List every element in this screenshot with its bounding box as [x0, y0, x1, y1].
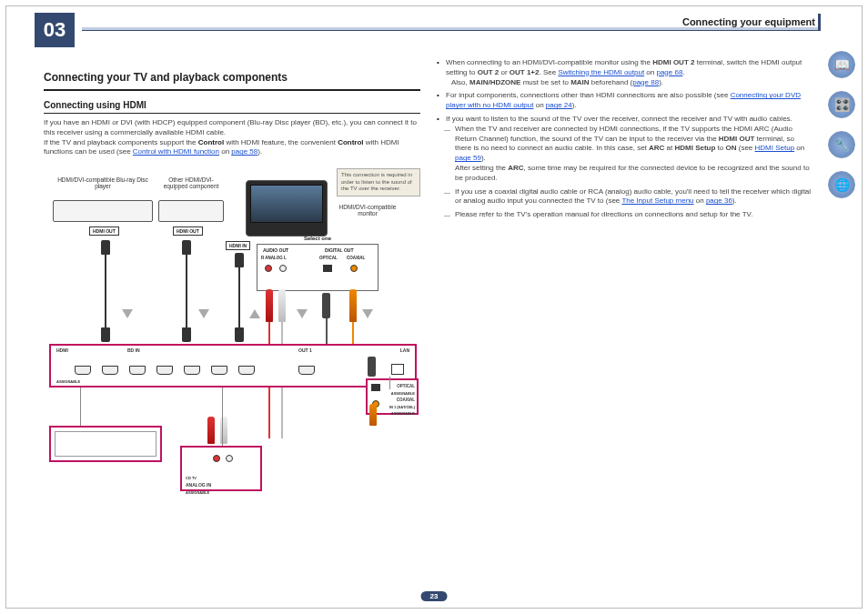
note-tv-sound: If you want to listen to the sound of th…	[446, 115, 812, 220]
hdmi-plug-icon	[101, 327, 110, 342]
label-hdmi-out-2: HDMI OUT	[173, 226, 203, 236]
t: Also,	[446, 78, 469, 86]
h2-hdmi: Connecting using HDMI	[44, 100, 420, 114]
t: For input components, connections other …	[446, 91, 731, 99]
link-page-58[interactable]: page 58	[231, 147, 257, 156]
cable	[105, 255, 106, 327]
label-analog-rl: R ANALOG L	[261, 256, 287, 260]
book-icon[interactable]: 📖	[828, 51, 855, 78]
label-other: Other HDMI/DVI-equipped component	[158, 176, 224, 190]
t: ON	[726, 144, 737, 152]
para-control: If the TV and playback components suppor…	[44, 138, 420, 158]
connection-diagram: This connection is required in order to …	[44, 173, 422, 500]
chapter-badge: 03	[35, 13, 75, 47]
link-page-24[interactable]: page 24	[546, 101, 572, 109]
page-number: 23	[421, 591, 448, 601]
hdmi-plug-icon	[182, 327, 191, 342]
help-icon[interactable]: 🔧	[828, 131, 855, 158]
setup-icon[interactable]: 🎛️	[828, 91, 855, 118]
label-lan: LAN	[400, 347, 409, 353]
t: HDMI OUT	[719, 135, 755, 143]
t: on	[694, 196, 706, 205]
front-inputs-box	[49, 426, 162, 462]
guide-line	[389, 377, 390, 389]
t: .	[682, 68, 684, 76]
t: If you want to listen to the sound of th…	[446, 115, 792, 123]
device-other	[158, 200, 224, 222]
link-control-hdmi[interactable]: Control with HDMI function	[133, 147, 219, 156]
label-analog-in: ANALOG IN	[186, 482, 211, 488]
hdmi-plug-icon	[182, 240, 191, 255]
subnote-tv-manual: Please refer to the TV's operation manua…	[455, 210, 812, 220]
header-rule	[82, 27, 821, 31]
t: or	[499, 68, 510, 76]
rca-red-plug-icon	[207, 417, 215, 444]
label-bdin: BD IN	[127, 347, 140, 353]
jack-red-icon	[213, 455, 220, 462]
link-switch-output[interactable]: Switching the HDMI output	[558, 68, 644, 76]
t: MAIN/HDZONE	[469, 78, 520, 86]
label-digital-out: DIGITAL OUT	[325, 247, 353, 253]
sub-notes: When the TV and receiver are connected b…	[446, 125, 812, 220]
label-select-one: Select one	[257, 236, 378, 241]
t: OUT 1+2	[510, 68, 540, 76]
rca-orange-plug-icon	[349, 289, 357, 322]
link-input-setup[interactable]: The Input Setup menu	[621, 196, 693, 205]
note-out2: When connecting to an HDMI/DVI-compatibl…	[446, 58, 812, 87]
link-page-36[interactable]: page 36	[706, 196, 732, 205]
guide-line	[80, 388, 81, 426]
para-intro: If you have an HDMI or DVI (with HDCP) e…	[44, 118, 420, 138]
label-monitor: HDMI/DVI-compatible monitor	[331, 204, 404, 217]
analog-in-box: ANALOG IN CD TV ASSIGNABLE	[180, 446, 262, 491]
label-assignable: ASSIGNABLE	[56, 379, 80, 384]
t: Control	[338, 138, 363, 146]
section-header: Connecting your equipment	[682, 16, 815, 27]
t: ).	[572, 101, 577, 109]
hdmi-plug-icon	[101, 240, 110, 255]
t: MAIN	[570, 78, 589, 86]
notes-list: When connecting to an HDMI/DVI-compatibl…	[437, 58, 812, 220]
t: ARC	[508, 164, 523, 172]
t: beforehand (	[590, 78, 633, 86]
link-hdmi-setup[interactable]: HDMI Setup	[755, 144, 795, 152]
link-page-88[interactable]: page 88	[632, 78, 659, 86]
label-hdmi-out-1: HDMI OUT	[89, 226, 119, 236]
arrow-down-icon	[297, 309, 308, 318]
globe-icon[interactable]: 🌐	[828, 171, 855, 198]
note-input-other: For input components, connections other …	[446, 91, 812, 111]
callout-box: This connection is required in order to …	[337, 168, 420, 196]
label-optical-2: OPTICAL	[397, 384, 415, 388]
label-audio-out: AUDIO OUT	[263, 247, 288, 253]
t: on	[794, 144, 804, 152]
label-optical: OPTICAL	[319, 256, 338, 260]
optical-plug-icon	[368, 357, 376, 377]
t: at	[664, 144, 674, 152]
sidebar-icons: 📖 🎛️ 🔧 🌐	[828, 51, 855, 198]
jack-red-icon	[265, 265, 272, 272]
rca-orange-plug-icon	[369, 404, 377, 426]
t: with HDMI feature, the convenient	[224, 138, 338, 146]
label-coaxial-2: COAXIAL	[397, 398, 415, 402]
hdmi-port-icon	[102, 366, 118, 375]
t: on	[534, 101, 546, 109]
cable	[186, 255, 187, 327]
t: HDMI Setup	[675, 144, 716, 152]
arrow-up-icon	[249, 309, 260, 318]
t: ).	[659, 78, 663, 86]
rca-red-plug-icon	[266, 289, 273, 322]
optical-port-icon	[371, 384, 380, 391]
h1-connecting-tv: Connecting your TV and playback componen…	[44, 71, 420, 91]
label-in1: IN 1 (SAT/CBL)	[389, 405, 415, 409]
link-page-59[interactable]: page 59	[455, 154, 481, 162]
hdmi-port-icon	[298, 366, 315, 375]
front-panel-detail	[55, 431, 156, 457]
t: ).	[732, 196, 737, 205]
subnote-coax: If you use a coaxial digital audio cable…	[455, 187, 812, 207]
label-coaxial: COAXIAL	[347, 256, 365, 260]
arrow-down-icon	[198, 309, 209, 318]
hdmi-plug-icon	[235, 327, 244, 342]
link-page-68[interactable]: page 68	[656, 68, 682, 76]
label-assignable-2: ASSIGNABLE	[186, 490, 209, 495]
label-assignable-3: ASSIGNABLE	[391, 391, 415, 396]
label-out1: OUT 1	[298, 347, 312, 353]
